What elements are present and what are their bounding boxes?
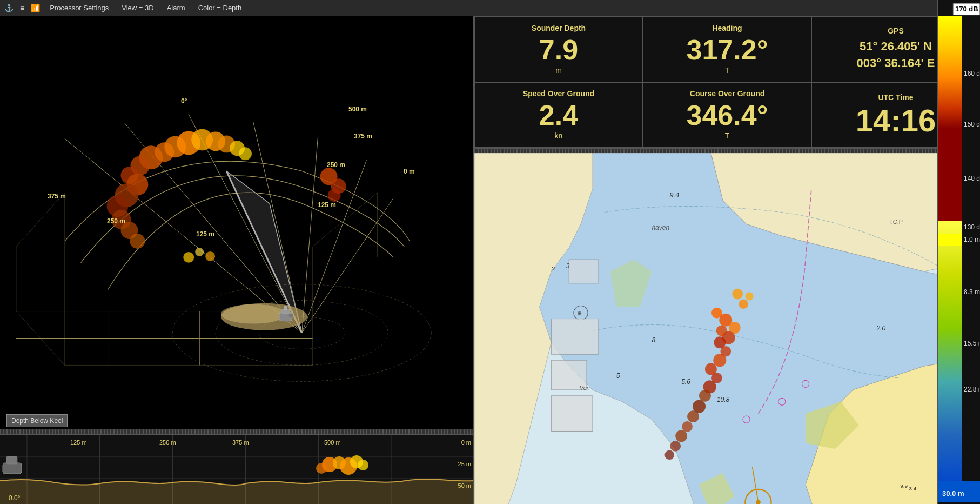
sounder-depth-value: 7.9	[539, 36, 578, 64]
svg-text:150 dB: 150 dB	[964, 121, 980, 128]
svg-point-1	[216, 301, 388, 366]
map-svg: 9.4 2 3 5 8 5.6 10.8 2.0 T.C.P	[474, 153, 980, 504]
svg-rect-96	[551, 396, 593, 432]
gps-value-line2: 003° 36.164' E	[857, 55, 935, 72]
gps-value-line1: 51° 26.405' N	[860, 38, 932, 55]
svg-point-17	[126, 174, 148, 195]
alarm-btn[interactable]: Alarm	[164, 3, 189, 13]
svg-rect-32	[289, 314, 293, 317]
view-btn[interactable]: View = 3D	[118, 3, 157, 13]
svg-point-2	[172, 284, 431, 382]
svg-point-12	[218, 135, 235, 152]
svg-point-5	[221, 304, 286, 324]
app-icon: ⚓	[4, 4, 14, 12]
bottom-range-125: 125 m	[70, 439, 87, 446]
range-label-250-left: 250 m	[107, 217, 125, 225]
svg-point-28	[205, 251, 215, 261]
bottom-depth-25m: 25 m	[458, 461, 471, 467]
svg-point-13	[230, 141, 245, 156]
cog-cell: Course Over Ground 346.4° T	[643, 82, 811, 148]
svg-point-78	[675, 430, 687, 442]
depth-label-0m: 0 m	[404, 168, 415, 175]
svg-point-82	[745, 292, 753, 300]
svg-rect-31	[284, 306, 287, 310]
speed-cell: Speed Over Ground 2.4 kn	[474, 82, 643, 148]
svg-text:8: 8	[652, 336, 655, 344]
left-panel: 0° 500 m 375 m 250 m 125 m 0 m 375 m 250…	[0, 16, 474, 504]
heading-unit: T	[725, 66, 730, 75]
svg-point-22	[130, 234, 145, 249]
svg-point-25	[328, 189, 341, 202]
svg-text:T.C.P: T.C.P	[888, 218, 903, 225]
svg-text:⊕: ⊕	[577, 310, 582, 316]
svg-rect-103	[938, 221, 962, 489]
bottom-range-500: 500 m	[324, 439, 341, 446]
svg-text:10.8: 10.8	[717, 396, 730, 403]
range-label-250: 250 m	[327, 161, 345, 169]
speed-label: Speed Over Ground	[523, 89, 594, 98]
right-content: Sounder Depth 7.9 m Heading 317.2° T GPS…	[474, 16, 980, 504]
svg-point-9	[177, 131, 200, 155]
svg-rect-30	[281, 309, 290, 314]
main-layout: 0° 500 m 375 m 250 m 125 m 0 m 375 m 250…	[0, 16, 980, 504]
right-panel: Sounder Depth 7.9 m Heading 317.2° T GPS…	[474, 16, 980, 504]
svg-rect-48	[3, 463, 22, 474]
3d-view: 0° 500 m 375 m 250 m 125 m 0 m 375 m 250…	[0, 16, 473, 434]
svg-text:haven: haven	[652, 224, 669, 231]
svg-text:2: 2	[551, 266, 555, 273]
svg-point-80	[665, 450, 675, 460]
svg-text:1.0 m: 1.0 m	[964, 236, 980, 243]
heading-cell: Heading 317.2° T	[643, 16, 811, 82]
svg-point-15	[130, 156, 150, 175]
svg-text:30.0 m: 30.0 m	[942, 489, 964, 498]
sounder-depth-cell: Sounder Depth 7.9 m	[474, 16, 643, 82]
color-scale-bar: 170 dB	[937, 16, 980, 504]
svg-point-18	[115, 183, 139, 207]
range-label-375: 375 m	[354, 132, 372, 140]
svg-point-70	[713, 354, 726, 367]
3d-resize-handle[interactable]	[0, 429, 473, 434]
instruments-panel: Sounder Depth 7.9 m Heading 317.2° T GPS…	[474, 16, 980, 149]
sounder-depth-unit: m	[555, 66, 562, 75]
utc-value: 14:16	[856, 105, 936, 136]
svg-line-3	[226, 171, 302, 333]
svg-point-11	[206, 131, 225, 151]
range-label-125-left: 125 m	[196, 230, 214, 238]
svg-point-76	[687, 410, 699, 422]
svg-text:160 dB: 160 dB	[964, 70, 980, 77]
depth-below-keel-btn[interactable]: Depth Below Keel	[6, 414, 68, 427]
svg-point-4	[221, 303, 307, 330]
svg-text:130 dB: 130 dB	[964, 223, 980, 231]
bottom-range-250: 250 m	[159, 439, 176, 446]
svg-rect-102	[938, 16, 962, 221]
svg-point-10	[191, 129, 213, 150]
instrument-resize-handle[interactable]	[474, 149, 980, 153]
svg-text:8.3 m: 8.3 m	[964, 288, 980, 296]
svg-rect-49	[6, 456, 17, 464]
svg-point-74	[699, 390, 711, 402]
speed-unit: kn	[555, 131, 563, 140]
svg-rect-97	[569, 260, 599, 283]
svg-point-26	[183, 252, 194, 263]
bottom-sonar-strip: 0.0° 125 m 250 m 375 m 500 m 0 m 25 m 50…	[0, 434, 473, 504]
svg-rect-29	[279, 313, 292, 321]
svg-text:9.4: 9.4	[669, 191, 679, 199]
svg-point-23	[320, 168, 338, 185]
svg-point-83	[732, 289, 743, 300]
color-btn[interactable]: Color = Depth	[195, 3, 245, 13]
bottom-depth-0m: 0 m	[461, 439, 471, 446]
map-view[interactable]: 9.4 2 3 5 8 5.6 10.8 2.0 T.C.P	[474, 153, 980, 504]
gps-label: GPS	[888, 26, 904, 35]
svg-text:3.4: 3.4	[909, 486, 917, 492]
range-label-125: 125 m	[318, 201, 336, 209]
bottom-angle-label: 0.0°	[9, 494, 20, 502]
svg-text:5: 5	[616, 372, 620, 380]
svg-point-16	[120, 167, 138, 184]
svg-point-27	[195, 248, 204, 256]
sounder-depth-label: Sounder Depth	[532, 24, 586, 32]
svg-point-0	[259, 317, 345, 349]
processor-settings-btn[interactable]: Processor Settings	[46, 3, 112, 13]
svg-rect-94	[551, 319, 599, 355]
svg-point-81	[739, 299, 748, 309]
top-bar: ⚓ ≡ 📶 Processor Settings View = 3D Alarm…	[0, 0, 980, 16]
